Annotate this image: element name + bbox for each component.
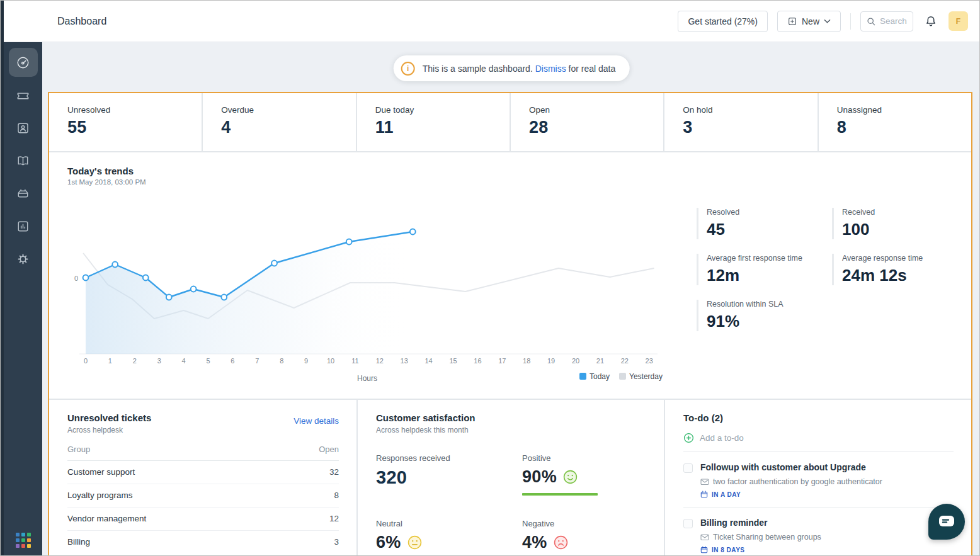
todo-checkbox[interactable] <box>683 463 693 473</box>
sidebar-item-contacts[interactable] <box>9 113 38 142</box>
negative-smiley-icon <box>553 535 569 550</box>
todo-panel: To-do (2) Add a to-do Followup with cust… <box>665 400 971 556</box>
today-marker <box>191 287 197 292</box>
sidebar-item-tickets[interactable] <box>9 81 38 110</box>
neutral-smiley-icon <box>407 535 423 550</box>
sidebar <box>4 42 42 556</box>
responses-received: Responses received 320 <box>376 453 522 496</box>
stat-card-open[interactable]: Open 28 <box>511 93 663 151</box>
stat-card-on-hold[interactable]: On hold 3 <box>664 93 817 151</box>
todo-checkbox[interactable] <box>683 519 693 528</box>
x-tick-label: 11 <box>351 357 358 365</box>
view-details-link[interactable]: View details <box>293 416 339 426</box>
stat-card-unresolved[interactable]: Unresolved 55 <box>49 93 202 151</box>
sidebar-item-dashboard[interactable] <box>9 48 38 77</box>
chat-widget-button[interactable] <box>928 504 965 540</box>
x-tick-label: 5 <box>206 357 210 365</box>
sidebar-item-reports[interactable] <box>9 212 38 241</box>
ticket-icon <box>16 88 30 103</box>
ticket-small-icon <box>700 478 709 485</box>
x-tick-label: 9 <box>304 357 308 365</box>
plus-square-icon <box>787 16 797 26</box>
chat-icon <box>938 514 955 530</box>
reports-icon <box>16 219 30 234</box>
table-row[interactable]: Billing 3 <box>67 531 339 553</box>
forums-icon <box>16 186 30 201</box>
notifications-bell-icon[interactable] <box>923 13 939 30</box>
stat-card-due-today[interactable]: Due today 11 <box>357 93 510 151</box>
metric-avg-response: Average response time 24m 12s <box>832 254 958 285</box>
sidebar-item-forums[interactable] <box>9 179 38 208</box>
sidebar-item-solutions[interactable] <box>9 146 38 175</box>
calendar-icon <box>700 491 708 498</box>
x-tick-label: 19 <box>547 357 555 365</box>
positive-satisfaction: Positive 90% <box>522 453 646 496</box>
x-tick-label: 22 <box>621 357 629 365</box>
trends-subtitle: 1st May 2018, 03:00 PM <box>67 178 146 186</box>
add-todo-input[interactable]: Add a to-do <box>683 423 954 452</box>
book-icon <box>16 154 30 168</box>
negative-satisfaction: Negative 4% <box>522 519 646 552</box>
todo-title[interactable]: Followup with customer about Upgrade <box>700 462 882 472</box>
x-tick-label: 2 <box>133 357 137 365</box>
get-started-button[interactable]: Get started (27%) <box>678 11 768 32</box>
x-tick-label: 6 <box>231 357 234 365</box>
x-axis-title: Hours <box>357 374 377 383</box>
x-tick-label: 0 <box>84 357 88 365</box>
x-tick-label: 13 <box>401 357 408 365</box>
ticket-small-icon <box>700 533 709 541</box>
table-header: Group Open <box>67 445 339 461</box>
x-tick-label: 16 <box>474 357 481 365</box>
sidebar-item-admin[interactable] <box>9 244 38 273</box>
search-input[interactable] <box>880 16 910 26</box>
x-tick-label: 17 <box>498 357 506 365</box>
table-row[interactable]: Customer support 32 <box>67 461 339 484</box>
today-marker <box>112 262 118 268</box>
new-button[interactable]: New <box>777 11 841 32</box>
window-edge <box>1 1 4 555</box>
today-marker <box>346 239 352 245</box>
todo-title[interactable]: Billing reminder <box>700 518 821 528</box>
x-tick-label: 8 <box>280 357 283 365</box>
apps-switcher-icon[interactable] <box>16 533 31 548</box>
today-marker <box>410 229 416 235</box>
positive-underline <box>522 493 598 496</box>
x-tick-label: 21 <box>596 357 604 365</box>
legend-today-swatch <box>579 373 586 380</box>
table-row[interactable]: Vendor management 12 <box>67 508 339 531</box>
bottom-row: Unresolved tickets Across helpdesk View … <box>49 400 971 556</box>
legend-yesterday-label: Yesterday <box>629 372 663 381</box>
todo-due: IN A DAY <box>700 491 882 498</box>
stats-row: Unresolved 55 Overdue 4 Due today 11 Ope… <box>49 93 971 151</box>
x-tick-label: 7 <box>255 357 259 365</box>
x-tick-label: 14 <box>424 357 432 365</box>
today-marker <box>271 261 277 266</box>
info-icon: i <box>401 62 415 76</box>
app-window: Dashboard Get started (27%) New <box>0 0 980 556</box>
todo-detail: two factor authentication by google auth… <box>700 477 882 486</box>
x-tick-label: 15 <box>449 357 457 365</box>
table-row[interactable]: Loyalty programs 8 <box>67 484 339 508</box>
user-avatar[interactable]: F <box>949 11 968 31</box>
legend-today-label: Today <box>590 372 610 381</box>
satisfaction-grid: Responses received 320 Positive 90% <box>376 453 646 552</box>
positive-smiley-icon <box>562 469 578 485</box>
x-tick-label: 1 <box>108 357 112 365</box>
topbar-actions: Get started (27%) New <box>678 11 968 32</box>
today-marker <box>143 275 149 281</box>
x-tick-label: 10 <box>327 357 334 365</box>
contacts-icon <box>16 121 30 135</box>
stat-card-unassigned[interactable]: Unassigned 8 <box>819 93 971 151</box>
add-circle-icon <box>683 433 694 443</box>
search-box[interactable] <box>860 11 913 31</box>
stat-card-overdue[interactable]: Overdue 4 <box>203 93 355 151</box>
search-icon <box>866 16 876 26</box>
calendar-icon <box>700 546 708 553</box>
x-tick-label: 23 <box>646 357 653 365</box>
today-marker <box>83 275 89 281</box>
page-title: Dashboard <box>57 16 106 27</box>
dismiss-link[interactable]: Dismiss <box>535 64 566 74</box>
y-zero-label: 0 <box>74 275 78 282</box>
trends-title: Today's trends <box>67 166 134 176</box>
unresolved-tickets-table: Group Open Customer support 32 Loyalty p… <box>67 445 339 553</box>
